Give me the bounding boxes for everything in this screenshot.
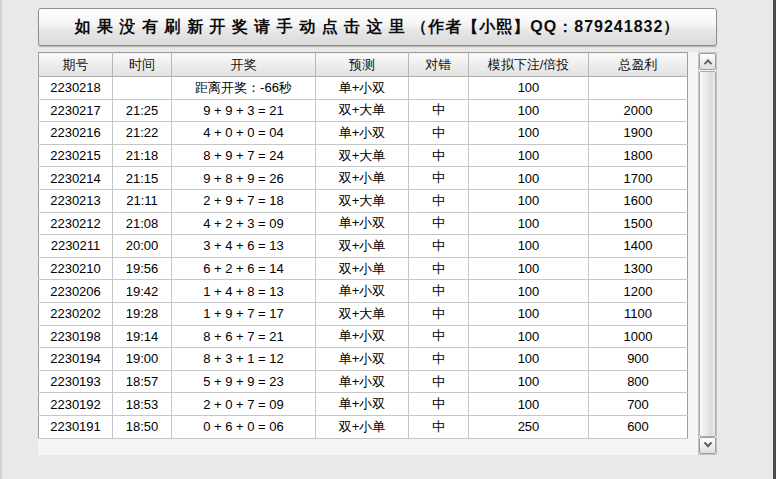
time-cell: 21:25 <box>113 99 172 122</box>
verdict-cell: 中 <box>409 302 469 325</box>
bet-cell: 100 <box>469 257 589 280</box>
column-header-time: 时间 <box>113 53 172 77</box>
results-table-body: 2230218距离开奖：-66秒单+小双100223021721:259 + 9… <box>39 77 688 439</box>
results-table: 期号 时间 开奖 预测 对错 模拟下注/倍投 总盈利 2230218距离开奖：-… <box>38 52 688 439</box>
bet-cell: 100 <box>469 325 589 348</box>
period-cell: 2230212 <box>39 212 113 235</box>
profit-cell: 1900 <box>589 122 688 145</box>
verdict-cell: 中 <box>409 325 469 348</box>
chevron-down-icon <box>703 438 711 446</box>
profit-cell: 1000 <box>589 325 688 348</box>
table-row: 223021321:112 + 9 + 7 = 18双+大单中1001600 <box>39 189 688 212</box>
verdict-cell: 中 <box>409 393 469 416</box>
table-row: 223021621:224 + 0 + 0 = 04单+小双中1001900 <box>39 122 688 145</box>
result-cell: 8 + 3 + 1 = 12 <box>172 348 316 371</box>
result-cell: 4 + 2 + 3 = 09 <box>172 212 316 235</box>
table-header-row: 期号 时间 开奖 预测 对错 模拟下注/倍投 总盈利 <box>39 53 688 77</box>
prediction-cell: 双+大单 <box>316 189 409 212</box>
bet-cell: 100 <box>469 212 589 235</box>
result-cell: 2 + 0 + 7 = 09 <box>172 393 316 416</box>
period-cell: 2230218 <box>39 77 113 100</box>
prediction-cell: 双+大单 <box>316 99 409 122</box>
result-cell: 2 + 9 + 7 = 18 <box>172 189 316 212</box>
table-row: 223019419:008 + 3 + 1 = 12单+小双中100900 <box>39 348 688 371</box>
result-cell: 9 + 9 + 3 = 21 <box>172 99 316 122</box>
bet-cell: 100 <box>469 302 589 325</box>
result-cell: 距离开奖：-66秒 <box>172 77 316 100</box>
time-cell: 18:57 <box>113 370 172 393</box>
period-cell: 2230213 <box>39 189 113 212</box>
prediction-cell: 单+小双 <box>316 122 409 145</box>
verdict-cell <box>409 77 469 100</box>
column-header-result: 开奖 <box>172 53 316 77</box>
table-row: 223020619:421 + 4 + 8 = 13单+小双中1001200 <box>39 280 688 303</box>
scrollbar-down-button[interactable] <box>699 437 716 454</box>
time-cell: 19:42 <box>113 280 172 303</box>
bet-cell: 100 <box>469 393 589 416</box>
vertical-scrollbar[interactable] <box>698 52 717 455</box>
profit-cell: 1500 <box>589 212 688 235</box>
table-row: 2230218距离开奖：-66秒单+小双100 <box>39 77 688 100</box>
verdict-cell: 中 <box>409 370 469 393</box>
profit-cell: 600 <box>589 415 688 438</box>
bet-cell: 100 <box>469 370 589 393</box>
prediction-cell: 单+小双 <box>316 393 409 416</box>
column-header-bet: 模拟下注/倍投 <box>469 53 589 77</box>
time-cell: 19:28 <box>113 302 172 325</box>
bet-cell: 100 <box>469 122 589 145</box>
period-cell: 2230194 <box>39 348 113 371</box>
bet-cell: 100 <box>469 77 589 100</box>
verdict-cell: 中 <box>409 280 469 303</box>
bet-cell: 100 <box>469 99 589 122</box>
prediction-cell: 单+小双 <box>316 325 409 348</box>
verdict-cell: 中 <box>409 235 469 258</box>
bet-cell: 250 <box>469 415 589 438</box>
column-header-period: 期号 <box>39 53 113 77</box>
table-row: 223019819:148 + 6 + 7 = 21单+小双中1001000 <box>39 325 688 348</box>
chevron-up-icon <box>703 59 711 67</box>
left-edge-divider <box>0 0 2 479</box>
profit-cell: 1300 <box>589 257 688 280</box>
table-row: 223021721:259 + 9 + 3 = 21双+大单中1002000 <box>39 99 688 122</box>
bet-cell: 100 <box>469 144 589 167</box>
profit-cell <box>589 77 688 100</box>
result-cell: 4 + 0 + 0 = 04 <box>172 122 316 145</box>
verdict-cell: 中 <box>409 257 469 280</box>
time-cell: 21:18 <box>113 144 172 167</box>
profit-cell: 1100 <box>589 302 688 325</box>
profit-cell: 900 <box>589 348 688 371</box>
column-header-profit: 总盈利 <box>589 53 688 77</box>
verdict-cell: 中 <box>409 212 469 235</box>
time-cell: 21:15 <box>113 167 172 190</box>
prediction-cell: 单+小双 <box>316 77 409 100</box>
verdict-cell: 中 <box>409 415 469 438</box>
time-cell <box>113 77 172 100</box>
time-cell: 21:11 <box>113 189 172 212</box>
profit-cell: 800 <box>589 370 688 393</box>
table-row: 223021019:566 + 2 + 6 = 14双+小单中1001300 <box>39 257 688 280</box>
period-cell: 2230198 <box>39 325 113 348</box>
period-cell: 2230211 <box>39 235 113 258</box>
manual-refresh-banner-button[interactable]: 如 果 没 有 刷 新 开 奖 请 手 动 点 击 这 里 （作者【小熙】QQ：… <box>38 8 717 46</box>
scrollbar-up-button[interactable] <box>699 53 716 70</box>
result-cell: 0 + 6 + 0 = 06 <box>172 415 316 438</box>
column-header-prediction: 预测 <box>316 53 409 77</box>
time-cell: 19:56 <box>113 257 172 280</box>
table-row: 223019118:500 + 6 + 0 = 06双+小单中250600 <box>39 415 688 438</box>
period-cell: 2230210 <box>39 257 113 280</box>
table-row: 223019218:532 + 0 + 7 = 09单+小双中100700 <box>39 393 688 416</box>
prediction-cell: 双+小单 <box>316 167 409 190</box>
time-cell: 20:00 <box>113 235 172 258</box>
result-cell: 8 + 6 + 7 = 21 <box>172 325 316 348</box>
profit-cell: 700 <box>589 393 688 416</box>
result-cell: 9 + 8 + 9 = 26 <box>172 167 316 190</box>
column-header-verdict: 对错 <box>409 53 469 77</box>
period-cell: 2230206 <box>39 280 113 303</box>
table-row: 223021221:084 + 2 + 3 = 09单+小双中1001500 <box>39 212 688 235</box>
scrollbar-thumb[interactable] <box>699 71 716 437</box>
results-panel: 期号 时间 开奖 预测 对错 模拟下注/倍投 总盈利 2230218距离开奖：-… <box>38 52 717 455</box>
table-row: 223021120:003 + 4 + 6 = 13双+小单中1001400 <box>39 235 688 258</box>
prediction-cell: 单+小双 <box>316 348 409 371</box>
app-window: 如 果 没 有 刷 新 开 奖 请 手 动 点 击 这 里 （作者【小熙】QQ：… <box>0 0 776 479</box>
prediction-cell: 双+小单 <box>316 257 409 280</box>
